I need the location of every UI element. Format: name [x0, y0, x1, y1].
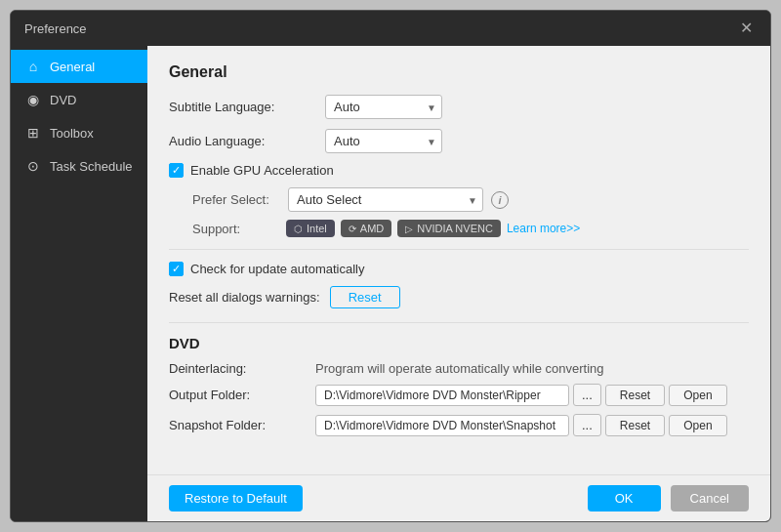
check-update-checkbox[interactable]: ✓: [169, 262, 184, 276]
learn-more-link[interactable]: Learn more>>: [507, 222, 580, 235]
sidebar-item-task-schedule[interactable]: ⊙ Task Schedule: [11, 149, 147, 183]
sidebar-item-toolbox-label: Toolbox: [50, 126, 94, 141]
gpu-checkbox[interactable]: ✓: [169, 163, 184, 178]
audio-language-label: Audio Language:: [169, 134, 325, 148]
check-update-row: ✓ Check for update automatically: [169, 262, 749, 276]
support-row: Support: ⬡ Intel ⟳ AMD ▷ NVIDIA NVENC: [192, 220, 749, 237]
schedule-icon: ⊙: [24, 158, 42, 174]
snapshot-folder-path-row: ... Reset Open: [315, 414, 727, 436]
cancel-button[interactable]: Cancel: [671, 485, 749, 512]
intel-icon: ⬡: [294, 224, 303, 234]
output-folder-reset-button[interactable]: Reset: [605, 385, 665, 406]
gpu-sub-options: Prefer Select: Auto Select Intel AMD NVI…: [192, 187, 749, 237]
output-folder-path-row: ... Reset Open: [315, 384, 727, 406]
divider-2: [169, 322, 749, 323]
sidebar-item-dvd[interactable]: ◉ DVD: [11, 83, 147, 116]
snapshot-folder-reset-button[interactable]: Reset: [605, 415, 665, 436]
title-bar: Preference ✕: [11, 11, 770, 46]
check-update-checkmark-icon: ✓: [172, 264, 181, 274]
snapshot-folder-open-button[interactable]: Open: [669, 415, 726, 436]
audio-language-row: Audio Language: Auto English Chinese ▼: [169, 129, 749, 153]
intel-chip: ⬡ Intel: [286, 220, 335, 237]
sidebar-item-dvd-label: DVD: [50, 93, 76, 107]
prefer-select-wrapper: Auto Select Intel AMD NVIDIA NVENC ▼: [288, 187, 483, 212]
prefer-select[interactable]: Auto Select Intel AMD NVIDIA NVENC: [288, 187, 483, 212]
nvidia-icon: ▷: [405, 224, 413, 234]
dvd-section-title: DVD: [169, 335, 749, 351]
nvidia-label: NVIDIA NVENC: [417, 223, 493, 234]
amd-chip: ⟳ AMD: [341, 220, 391, 237]
footer: Restore to Default OK Cancel: [147, 474, 770, 521]
subtitle-language-select[interactable]: Auto English Chinese: [325, 95, 442, 119]
output-folder-row: Output Folder: ... Reset Open: [169, 384, 749, 406]
output-folder-open-button[interactable]: Open: [669, 385, 726, 406]
audio-language-select-wrapper: Auto English Chinese ▼: [325, 129, 442, 153]
deinterlacing-value: Program will operate automatically while…: [315, 361, 604, 376]
sidebar: ⌂ General ◉ DVD ⊞ Toolbox ⊙ Task Schedul…: [11, 46, 147, 521]
snapshot-folder-ellipsis-button[interactable]: ...: [573, 414, 601, 436]
snapshot-folder-row: Snapshot Folder: ... Reset Open: [169, 414, 749, 436]
sidebar-item-task-schedule-label: Task Schedule: [50, 159, 133, 174]
home-icon: ⌂: [24, 59, 42, 74]
dvd-icon: ◉: [24, 92, 42, 107]
sidebar-item-toolbox[interactable]: ⊞ Toolbox: [11, 116, 147, 149]
amd-label: AMD: [360, 223, 384, 234]
gpu-checkbox-label: Enable GPU Acceleration: [190, 163, 334, 178]
subtitle-language-label: Subtitle Language:: [169, 100, 325, 114]
deinterlacing-label: Deinterlacing:: [169, 361, 315, 376]
gpu-checkmark-icon: ✓: [172, 165, 181, 176]
divider-1: [169, 249, 749, 250]
reset-dialogs-label: Reset all dialogs warnings:: [169, 290, 320, 305]
output-folder-ellipsis-button[interactable]: ...: [573, 384, 601, 406]
general-section-title: General: [169, 63, 749, 81]
sidebar-item-general[interactable]: ⌂ General: [11, 50, 147, 83]
dialog-content: ⌂ General ◉ DVD ⊞ Toolbox ⊙ Task Schedul…: [11, 46, 770, 521]
gpu-section: ✓ Enable GPU Acceleration Prefer Select:…: [169, 163, 749, 237]
output-folder-input[interactable]: [315, 385, 569, 406]
toolbox-icon: ⊞: [24, 125, 42, 141]
reset-dialogs-button[interactable]: Reset: [330, 286, 400, 308]
check-update-label: Check for update automatically: [190, 262, 364, 276]
close-button[interactable]: ✕: [736, 19, 757, 38]
ok-button[interactable]: OK: [588, 485, 661, 512]
info-icon[interactable]: i: [491, 191, 509, 209]
deinterlacing-row: Deinterlacing: Program will operate auto…: [169, 361, 749, 376]
amd-icon: ⟳: [349, 224, 356, 234]
intel-label: Intel: [307, 223, 327, 234]
prefer-select-row: Prefer Select: Auto Select Intel AMD NVI…: [192, 187, 749, 212]
snapshot-folder-input[interactable]: [315, 415, 569, 436]
prefer-select-label: Prefer Select:: [192, 192, 280, 207]
gpu-checkbox-row: ✓ Enable GPU Acceleration: [169, 163, 749, 178]
output-folder-label: Output Folder:: [169, 388, 315, 402]
preference-dialog: Preference ✕ ⌂ General ◉ DVD ⊞ Toolbox ⊙…: [10, 10, 771, 522]
nvidia-chip: ▷ NVIDIA NVENC: [397, 220, 501, 237]
snapshot-folder-label: Snapshot Folder:: [169, 418, 315, 432]
footer-right-buttons: OK Cancel: [588, 485, 749, 512]
support-label: Support:: [192, 222, 280, 236]
subtitle-language-select-wrapper: Auto English Chinese ▼: [325, 95, 442, 119]
restore-default-button[interactable]: Restore to Default: [169, 485, 303, 512]
dialog-title: Preference: [24, 21, 87, 36]
reset-dialogs-row: Reset all dialogs warnings: Reset: [169, 286, 749, 308]
audio-language-select[interactable]: Auto English Chinese: [325, 129, 442, 153]
sidebar-item-general-label: General: [50, 60, 95, 74]
main-panel: General Subtitle Language: Auto English …: [147, 46, 770, 521]
subtitle-language-row: Subtitle Language: Auto English Chinese …: [169, 95, 749, 119]
